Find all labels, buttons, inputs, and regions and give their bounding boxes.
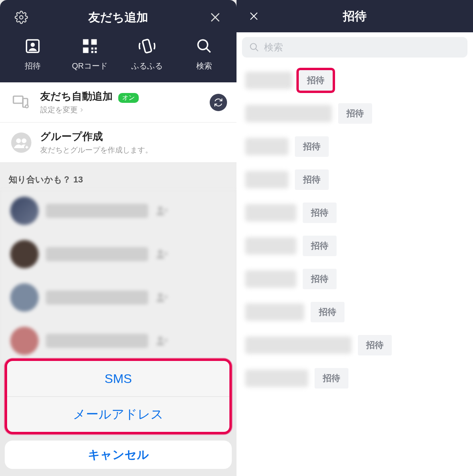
avatar: [10, 327, 39, 355]
invite-button[interactable]: 招待: [303, 269, 337, 289]
add-friend-icon[interactable]: [155, 291, 169, 304]
svg-line-42: [255, 48, 258, 51]
list-item: 招待: [236, 362, 473, 395]
create-group-sub: 友だちとグループを作成します。: [40, 145, 153, 155]
svg-rect-9: [95, 48, 97, 50]
sms-option[interactable]: SMS: [7, 361, 229, 396]
list-item: 招待: [236, 97, 473, 130]
list-item: 招待: [236, 64, 473, 97]
auto-add-sub: 設定を変更: [40, 105, 78, 115]
search-input[interactable]: 検索: [242, 37, 467, 58]
invite-action-label: 招待: [25, 61, 41, 71]
shake-action-label: ふるふる: [131, 61, 163, 71]
svg-point-0: [20, 16, 23, 19]
svg-point-30: [158, 250, 162, 254]
list-item: 招待: [236, 163, 473, 196]
invite-title: 招待: [263, 8, 447, 24]
invite-button[interactable]: 招待: [303, 203, 337, 223]
search-action[interactable]: 検索: [175, 36, 233, 71]
contact-name: [245, 303, 304, 321]
cancel-button[interactable]: キャンセル: [5, 441, 232, 469]
contact-name: [245, 171, 289, 188]
invite-button[interactable]: 招待: [358, 335, 392, 355]
list-item: 招待: [236, 229, 473, 262]
contact-name: [245, 105, 332, 122]
invite-button[interactable]: 招待: [299, 70, 333, 91]
add-friend-icon[interactable]: [155, 334, 169, 348]
action-sheet: SMS メールアドレス キャンセル: [5, 359, 232, 469]
settings-icon[interactable]: [13, 9, 30, 26]
qr-action[interactable]: QRコード: [61, 36, 118, 71]
suggestion-list: [0, 190, 236, 364]
suggestion-name: [46, 334, 148, 348]
maybe-know-header: 知り合いかも？ 13: [0, 163, 236, 190]
svg-rect-10: [91, 51, 93, 53]
auto-add-row[interactable]: 友だち自動追加 オン 設定を変更: [0, 82, 236, 123]
svg-point-22: [16, 138, 21, 143]
auto-add-title: 友だち自動追加: [40, 90, 113, 102]
list-item[interactable]: [0, 234, 236, 277]
add-friends-title: 友だち追加: [30, 9, 207, 26]
avatar: [10, 283, 39, 312]
invite-header: 招待: [236, 0, 473, 32]
add-friend-icon[interactable]: [155, 247, 169, 261]
contact-name: [245, 237, 296, 255]
invite-action[interactable]: 招待: [4, 36, 61, 71]
invite-list: 招待 招待 招待 招待 招待 招待 招待 招待: [236, 62, 473, 476]
avatar: [10, 240, 39, 268]
contact-name: [245, 204, 296, 221]
contact-name: [245, 337, 352, 354]
svg-point-33: [158, 293, 162, 298]
list-item: 招待: [236, 130, 473, 163]
list-item[interactable]: [0, 277, 236, 320]
search-icon: [194, 36, 214, 56]
svg-point-36: [158, 337, 162, 341]
svg-point-41: [250, 43, 256, 49]
shake-icon: [137, 36, 157, 56]
suggestion-name: [46, 247, 148, 261]
sync-button[interactable]: [210, 94, 227, 111]
invite-button[interactable]: 招待: [295, 169, 329, 190]
settings-card: 友だち自動追加 オン 設定を変更: [0, 82, 236, 163]
avatar: [10, 197, 39, 225]
svg-point-23: [22, 138, 26, 143]
suggestion-name: [46, 204, 148, 218]
invite-button[interactable]: 招待: [295, 136, 329, 157]
close-icon[interactable]: [245, 7, 263, 25]
list-item: 招待: [236, 196, 473, 229]
svg-rect-6: [91, 39, 97, 45]
invite-button[interactable]: 招待: [315, 368, 348, 389]
add-friend-icon[interactable]: [155, 204, 169, 218]
svg-rect-11: [95, 51, 97, 53]
svg-rect-15: [13, 96, 23, 103]
contact-name: [245, 138, 289, 155]
create-group-row[interactable]: グループ作成 友だちとグループを作成します。: [0, 123, 236, 163]
email-option[interactable]: メールアドレス: [7, 396, 229, 432]
chevron-right-icon: [79, 108, 84, 112]
list-item: 招待: [236, 262, 473, 296]
svg-point-27: [158, 206, 162, 211]
suggestion-name: [46, 290, 148, 305]
group-icon: [9, 131, 33, 154]
search-icon: [249, 42, 259, 52]
invite-button[interactable]: 招待: [338, 103, 372, 124]
invite-button[interactable]: 招待: [311, 302, 345, 322]
list-item[interactable]: [0, 320, 236, 364]
svg-line-14: [206, 48, 210, 52]
invite-button[interactable]: 招待: [303, 236, 337, 256]
contact-card-icon: [23, 36, 43, 56]
add-friends-sheet: 友だち追加 招待: [0, 0, 236, 82]
auto-add-on-badge: オン: [118, 93, 139, 103]
device-add-icon: [9, 91, 33, 114]
svg-rect-7: [83, 48, 88, 53]
search-placeholder: 検索: [264, 41, 283, 54]
qr-action-label: QRコード: [72, 61, 108, 71]
contact-name: [245, 370, 308, 387]
shake-action[interactable]: ふるふる: [118, 36, 175, 71]
list-item[interactable]: [0, 190, 236, 234]
close-icon[interactable]: [207, 9, 224, 26]
qr-code-icon: [80, 36, 100, 56]
contact-name: [245, 270, 296, 288]
svg-point-21: [11, 132, 31, 152]
search-action-label: 検索: [196, 61, 212, 71]
